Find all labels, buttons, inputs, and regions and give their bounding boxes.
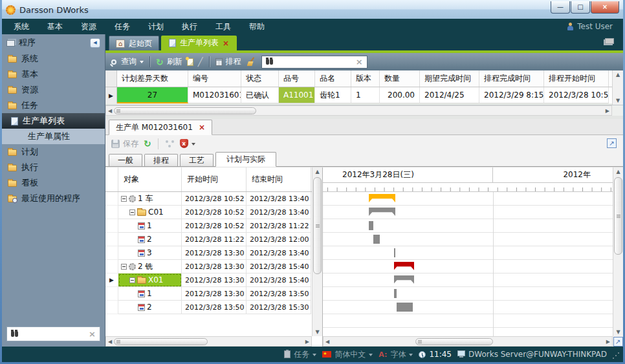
- schedule-button[interactable]: 排程: [215, 56, 241, 67]
- column-header-4[interactable]: 品名: [315, 70, 351, 87]
- toolbar-search-clear-icon[interactable]: ×: [356, 57, 363, 67]
- column-header-1[interactable]: 编号: [188, 70, 241, 87]
- scroll-left-icon[interactable]: ◀: [108, 108, 112, 114]
- close-button[interactable]: ×: [591, 1, 619, 14]
- column-header-8[interactable]: 排程完成时间: [479, 70, 544, 87]
- column-header-0[interactable]: 计划差异天数: [117, 70, 188, 87]
- menu-item-3[interactable]: 任务: [105, 21, 139, 32]
- collapse-toggle-icon[interactable]: [129, 209, 135, 215]
- column-object[interactable]: 对象: [118, 167, 182, 191]
- detail-tab-close-icon[interactable]: ×: [199, 123, 205, 132]
- subtab-3[interactable]: 计划与实际: [215, 152, 276, 167]
- column-header-7[interactable]: 期望完成时间: [420, 70, 479, 87]
- resize-grip[interactable]: [615, 355, 617, 356]
- tree-row-4[interactable]: 32012/3/28 13:302012/3/28 13:40: [105, 246, 322, 260]
- broom-icon[interactable]: [246, 57, 256, 67]
- scrollbar-thumb[interactable]: [313, 177, 322, 274]
- tree-object-cell[interactable]: 2: [118, 233, 182, 246]
- gantt-bar-8[interactable]: [397, 303, 412, 312]
- gantt-horizontal-scrollbar[interactable]: ◀ ▶: [323, 336, 613, 347]
- tree-object-cell[interactable]: C01: [118, 206, 182, 219]
- popout-icon[interactable]: ↗: [607, 138, 617, 148]
- tree-row-1[interactable]: C012012/3/28 10:522012/3/28 13:40: [105, 206, 322, 219]
- column-header-9[interactable]: 排程开始时间: [544, 70, 609, 87]
- subtab-0[interactable]: 一般: [109, 154, 142, 166]
- tree-object-cell[interactable]: 1 车: [118, 192, 182, 206]
- scrollbar-thumb[interactable]: [114, 338, 208, 345]
- query-button[interactable]: 查询: [111, 56, 144, 67]
- refresh-icon[interactable]: ↻: [144, 140, 151, 147]
- table-row[interactable]: ▶27M012031601已确认A11001齿轮11200.002012/4/2…: [105, 87, 623, 103]
- menu-item-0[interactable]: 系统: [5, 21, 38, 32]
- gantt-bar-5[interactable]: [394, 262, 415, 270]
- sidebar-item-2[interactable]: 资源: [2, 82, 105, 98]
- tree-horizontal-scrollbar[interactable]: ◀ ▶: [105, 336, 312, 347]
- sidebar-item-3[interactable]: 任务: [2, 98, 105, 113]
- tree-object-cell[interactable]: 1: [118, 219, 182, 233]
- scrollbar-thumb[interactable]: [415, 338, 493, 345]
- tree-object-cell[interactable]: 3: [118, 246, 182, 260]
- tree-row-3[interactable]: 22012/3/28 11:222012/3/28 12:00: [105, 233, 322, 246]
- grid-horizontal-scrollbar[interactable]: ◀ ▶: [105, 105, 612, 116]
- user-badge[interactable]: Test User: [567, 22, 620, 31]
- status-task-dropdown[interactable]: 任务: [284, 349, 316, 360]
- maximize-button[interactable]: □: [571, 1, 590, 14]
- routing-icon[interactable]: [165, 140, 175, 147]
- tree-row-7[interactable]: 12012/3/28 13:302012/3/28 13:50: [105, 287, 322, 301]
- tree-object-cell[interactable]: 2: [118, 301, 182, 314]
- column-header-2[interactable]: 状态: [241, 70, 279, 87]
- tab-home[interactable]: ⌂ 起始页: [109, 36, 159, 50]
- tree-row-6[interactable]: ▶X012012/3/28 13:302012/3/28 15:40: [105, 273, 322, 287]
- tree-row-2[interactable]: 12012/3/28 10:522012/3/28 11:22: [105, 219, 322, 233]
- grid-vertical-scrollbar[interactable]: ▲ ▼: [612, 70, 623, 105]
- gantt-bar-2[interactable]: [369, 221, 373, 230]
- column-start-time[interactable]: 开始时间: [182, 167, 247, 191]
- menu-item-2[interactable]: 资源: [72, 21, 105, 32]
- new-document-icon[interactable]: [187, 58, 193, 66]
- menu-item-4[interactable]: 计划: [139, 21, 173, 32]
- sidebar-item-5[interactable]: 生产单属性: [2, 129, 105, 144]
- edit-icon[interactable]: ╱: [198, 57, 203, 67]
- collapse-toggle-icon[interactable]: [121, 264, 127, 270]
- minimize-button[interactable]: —: [551, 1, 570, 14]
- sidebar-item-7[interactable]: 执行: [2, 160, 105, 175]
- sidebar-search-clear-icon[interactable]: ×: [89, 329, 96, 339]
- gantt-bar-3[interactable]: [373, 235, 379, 244]
- sidebar-item-6[interactable]: 计划: [2, 144, 105, 160]
- sidebar-item-0[interactable]: 系统: [2, 51, 105, 67]
- sidebar-collapse-button[interactable]: ◀: [90, 38, 100, 48]
- scroll-up-icon[interactable]: ▲: [616, 72, 620, 78]
- scrollbar-thumb[interactable]: [614, 177, 622, 255]
- gantt-bar-1[interactable]: [369, 208, 395, 216]
- gantt-bar-4[interactable]: [394, 248, 395, 257]
- menu-item-6[interactable]: 工具: [206, 21, 240, 32]
- menu-item-1[interactable]: 基本: [38, 21, 72, 32]
- scrollbar-thumb[interactable]: [114, 107, 256, 114]
- detail-tab[interactable]: 生产单 M012031601 ×: [109, 120, 212, 135]
- refresh-button[interactable]: ↻ 刷新: [156, 56, 182, 67]
- status-language-dropdown[interactable]: ★ 简体中文: [322, 349, 373, 360]
- cancel-confirm-button[interactable]: x: [180, 139, 195, 148]
- tree-row-8[interactable]: 22012/3/28 13:502012/3/28 15:30: [105, 301, 322, 314]
- tab-order-list[interactable]: 生产单列表 ×: [161, 36, 237, 50]
- tree-row-0[interactable]: 1 车2012/3/28 10:522012/3/28 13:40: [105, 192, 322, 206]
- gantt-vertical-scrollbar[interactable]: ▲ ▼: [613, 167, 623, 336]
- column-header-6[interactable]: 数量: [380, 70, 420, 87]
- subtab-1[interactable]: 排程: [144, 154, 178, 166]
- tree-object-cell[interactable]: 2 铣: [118, 260, 182, 273]
- tree-object-cell[interactable]: X01: [118, 273, 182, 287]
- save-button[interactable]: 保存: [111, 138, 138, 149]
- gantt-bar-7[interactable]: [394, 289, 397, 298]
- subtab-2[interactable]: 工艺: [180, 154, 214, 166]
- column-header-3[interactable]: 品号: [279, 70, 315, 87]
- tab-close-icon[interactable]: ×: [223, 39, 229, 48]
- scroll-down-icon[interactable]: ▼: [616, 98, 620, 103]
- menu-item-5[interactable]: 执行: [173, 21, 206, 32]
- tree-object-cell[interactable]: 1: [118, 287, 182, 301]
- column-header-5[interactable]: 版本: [351, 70, 380, 87]
- status-font-dropdown[interactable]: A: 字体: [378, 349, 413, 360]
- tree-row-5[interactable]: 2 铣2012/3/28 13:302012/3/28 15:40: [105, 260, 322, 273]
- sidebar-item-1[interactable]: 基本: [2, 67, 105, 82]
- collapse-toggle-icon[interactable]: [129, 277, 135, 283]
- window-list-icon[interactable]: [605, 38, 614, 44]
